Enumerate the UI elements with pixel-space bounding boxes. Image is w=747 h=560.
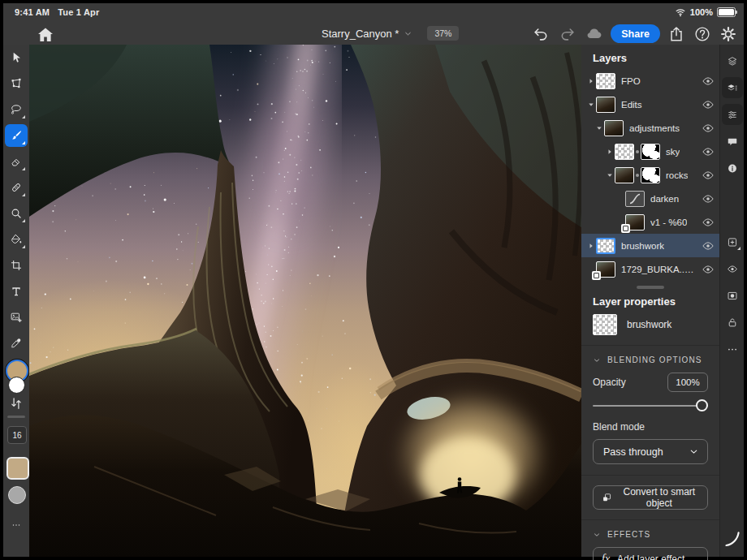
help-icon[interactable] xyxy=(693,25,711,43)
layer-thumbnail[interactable] xyxy=(596,73,615,89)
swap-colors-icon[interactable] xyxy=(8,395,24,411)
layer-name: FPO xyxy=(621,76,641,86)
options-marker xyxy=(737,247,741,250)
share-button[interactable]: Share xyxy=(611,24,660,43)
layer-visibility-eye-icon[interactable] xyxy=(702,98,715,111)
brush-opacity-chip[interactable] xyxy=(8,486,26,504)
panel-drag-handle[interactable] xyxy=(637,286,664,289)
layer-row-brushwork[interactable]: brushwork xyxy=(581,234,719,257)
layer-thumbnail[interactable] xyxy=(615,167,634,183)
brush-size-badge[interactable]: 16 xyxy=(7,426,27,444)
info-icon[interactable] xyxy=(722,157,743,179)
effects-section[interactable]: EFFECTS xyxy=(593,530,708,539)
heal-icon xyxy=(10,179,23,196)
chevron-down-icon xyxy=(689,446,699,457)
convert-smart-object-button[interactable]: Convert to smart object xyxy=(593,485,708,510)
document-canvas[interactable] xyxy=(29,45,581,557)
selected-layer-thumbnail xyxy=(593,314,617,335)
crop-icon xyxy=(10,257,23,274)
layer-mask-thumbnail[interactable] xyxy=(641,144,660,160)
opacity-slider-knob[interactable] xyxy=(696,399,708,411)
transform-tool[interactable] xyxy=(5,72,28,95)
layer-row-adjustments[interactable]: adjustments xyxy=(581,116,719,140)
properties-sliders-icon[interactable] xyxy=(722,104,743,125)
brush-tool[interactable] xyxy=(5,124,28,147)
layer-row-1729-burka-anced-nr33[interactable]: 1729_BURKA...anced-NR33 xyxy=(581,257,719,281)
photoshop-ipad-app: 9:41 AMTue 1 Apr 100% Starry_Canyon * 37… xyxy=(0,0,747,560)
layers-detail-icon[interactable] xyxy=(722,77,743,98)
tool-options-marker xyxy=(22,115,25,118)
expand-caret-icon[interactable] xyxy=(586,76,596,86)
tool-rail-more-icon[interactable] xyxy=(8,520,24,530)
magnify-tool[interactable] xyxy=(5,202,28,225)
magnifier-icon xyxy=(10,205,23,222)
layer-stack-icon[interactable] xyxy=(722,50,743,71)
add-layer-effect-button[interactable]: fx Add layer effect xyxy=(593,547,708,560)
home-button[interactable] xyxy=(36,25,55,45)
layer-visibility-eye-icon[interactable] xyxy=(702,239,715,252)
smart-object-badge xyxy=(621,224,630,233)
undo-icon[interactable] xyxy=(532,25,550,43)
layer-row-edits[interactable]: Edits xyxy=(581,93,719,116)
redo-icon[interactable] xyxy=(559,25,576,43)
opacity-slider[interactable] xyxy=(593,398,708,413)
layer-row-darken[interactable]: darken xyxy=(581,187,719,210)
layer-visibility-eye-icon[interactable] xyxy=(702,169,715,182)
layer-mask-thumbnail[interactable] xyxy=(641,167,660,183)
layer-row-rocks[interactable]: rocks xyxy=(581,163,719,187)
background-color-chip[interactable] xyxy=(8,377,25,394)
layer-thumbnail[interactable] xyxy=(604,120,624,136)
visibility-eye-icon[interactable] xyxy=(722,258,743,279)
comment-icon[interactable] xyxy=(722,131,743,152)
layer-thumbnail[interactable] xyxy=(625,214,645,230)
layer-row-fpo[interactable]: FPO xyxy=(581,69,719,93)
lasso-select-tool[interactable] xyxy=(5,98,28,121)
layer-visibility-eye-icon[interactable] xyxy=(702,75,715,88)
opacity-value-field[interactable]: 100% xyxy=(667,373,708,392)
eraser-icon xyxy=(10,153,23,170)
zoom-level-badge[interactable]: 37% xyxy=(427,26,459,41)
place-image-tool[interactable] xyxy=(5,306,28,329)
move-tool[interactable] xyxy=(5,46,28,69)
blending-options-section[interactable]: BLENDING OPTIONS xyxy=(593,355,708,364)
expand-caret-icon[interactable] xyxy=(605,147,615,157)
collapse-caret-icon[interactable] xyxy=(586,100,596,110)
fill-tool[interactable] xyxy=(5,228,28,251)
document-title-button[interactable]: Starry_Canyon * xyxy=(317,27,417,41)
add-layer-icon[interactable] xyxy=(722,231,743,252)
layer-rows: FPOEditsadjustmentsskyrocksdarkenv1 - %6… xyxy=(581,69,719,281)
export-icon[interactable] xyxy=(667,25,685,43)
layer-row-v1-60[interactable]: v1 - %60 xyxy=(581,210,719,234)
layer-thumbnail[interactable] xyxy=(596,97,615,113)
layer-visibility-eye-icon[interactable] xyxy=(702,216,715,229)
layer-visibility-eye-icon[interactable] xyxy=(702,122,715,135)
crop-tool[interactable] xyxy=(5,254,28,277)
layer-row-sky[interactable]: sky xyxy=(581,140,719,163)
layer-thumbnail[interactable] xyxy=(625,191,645,207)
unlock-icon[interactable] xyxy=(722,312,743,333)
healing-brush-tool[interactable] xyxy=(5,176,28,199)
mask-icon[interactable] xyxy=(722,285,743,306)
expand-caret-icon[interactable] xyxy=(586,241,596,251)
brush-tip-swatch[interactable] xyxy=(6,457,29,480)
cloud-sync-icon[interactable] xyxy=(585,25,603,43)
eyedropper-tool[interactable] xyxy=(5,332,28,355)
layer-thumbnail[interactable] xyxy=(596,261,615,278)
caret-spacer xyxy=(615,194,625,204)
blend-mode-dropdown[interactable]: Pass through xyxy=(593,439,708,464)
more-options-icon[interactable] xyxy=(722,338,743,360)
layer-visibility-eye-icon[interactable] xyxy=(702,192,715,205)
tool-options-marker xyxy=(22,193,25,196)
collapse-caret-icon[interactable] xyxy=(594,123,604,133)
layer-visibility-eye-icon[interactable] xyxy=(702,145,715,158)
type-tool[interactable] xyxy=(5,280,28,303)
layer-thumbnail[interactable] xyxy=(615,144,634,160)
layer-name: sky xyxy=(666,147,680,157)
chevron-down-icon xyxy=(404,29,412,38)
eraser-tool[interactable] xyxy=(5,150,28,173)
layer-visibility-eye-icon[interactable] xyxy=(702,263,715,276)
settings-gear-icon[interactable] xyxy=(719,25,737,43)
collapse-caret-icon[interactable] xyxy=(605,170,615,180)
color-chips xyxy=(3,360,29,395)
layer-thumbnail[interactable] xyxy=(596,238,615,254)
